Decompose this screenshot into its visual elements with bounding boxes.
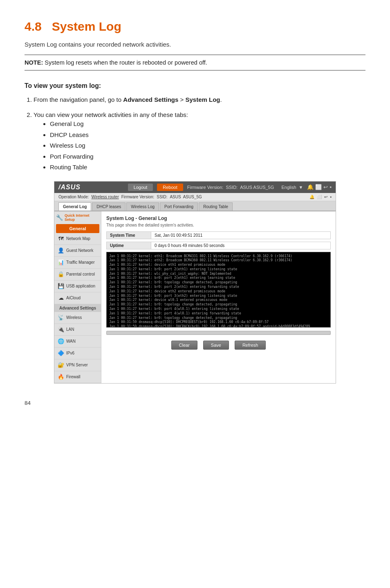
content-subtitle: This page shows the detailed system's ac…	[106, 223, 331, 227]
usb-application-icon: 💾	[58, 283, 64, 290]
page-number: 84	[25, 400, 365, 406]
tab-port-forwarding[interactable]: Port Forwarding	[160, 202, 198, 211]
tab-routing-table[interactable]: Routing Table	[199, 202, 233, 211]
vpn-server-icon: 🔐	[58, 362, 64, 368]
sidebar-item-parental-control[interactable]: 🔒 Parental control	[54, 269, 101, 281]
tab-general-log[interactable]: General Log	[58, 202, 91, 211]
wan-icon: 🌐	[58, 338, 64, 345]
statusbar-icon4: ▪	[330, 195, 332, 199]
hscroll-track[interactable]	[106, 331, 331, 335]
section-heading: To view your system log:	[25, 82, 365, 90]
tab-item-routing-table: Routing Table	[50, 163, 365, 172]
ipv6-label: IPv6	[66, 351, 74, 355]
sidebar-item-ipv6[interactable]: 🔷 IPv6	[54, 348, 101, 359]
ssid-label: SSID:	[226, 185, 238, 190]
aicloud-icon: ☁	[58, 295, 64, 301]
ipv6-icon: 🔷	[58, 350, 64, 357]
statusbar-mode-value: Wireless router	[92, 195, 119, 199]
log-line: Jan 1 00:31:27 kernel: br0: port 3(eth2)…	[109, 294, 328, 298]
icon-bell: 🔔	[307, 184, 314, 190]
tabs-list: General Log DHCP Leases Wireless Log Por…	[50, 119, 365, 172]
sidebar-item-firewall[interactable]: 🔥 Firewall	[54, 371, 101, 383]
parental-control-icon: 🔒	[58, 271, 64, 278]
log-line: Jan 1 00:31:27 kernel: device eth2 enter…	[109, 290, 328, 294]
traffic-manager-icon: 📊	[58, 259, 64, 266]
sidebar-item-traffic-manager[interactable]: 📊 Traffic Manager	[54, 257, 101, 269]
language-select[interactable]: English	[281, 185, 296, 190]
log-line: Jan 1 00:31:27 kernel: br0: port 4(wl0.1…	[109, 307, 328, 312]
horizontal-scrollbar[interactable]	[106, 331, 331, 335]
system-time-row: System Time Sat, Jan 01 00:49:51 2011	[106, 231, 331, 239]
router-logo: /ASUS	[58, 184, 124, 191]
refresh-button[interactable]: Refresh	[235, 341, 266, 350]
page-title: 4.8 System Log	[25, 20, 365, 34]
log-line: Jan 1 00:31:27 kernel: br0: port 2(eth1)…	[109, 267, 328, 272]
reboot-button[interactable]: Reboot	[157, 184, 183, 191]
log-line: Jan 1 00:31:27 kernel: br0: port 4(wl0.1…	[109, 312, 328, 316]
sidebar-item-vpn-server[interactable]: 🔐 VPN Server	[54, 359, 101, 371]
sidebar-general-btn[interactable]: General	[56, 224, 99, 233]
network-map-label: Network Map	[66, 236, 90, 241]
log-line: Jan 1 00:31:27 kernel: br0: topology cha…	[109, 303, 328, 307]
icon-dot: ▪	[329, 184, 332, 190]
log-area[interactable]: Jan 1 00:31:27 kernel: eth1: Broadcom BC…	[106, 252, 331, 328]
topbar-right: Firmware Version: SSID: ASUS ASUS_5G Eng…	[187, 185, 303, 190]
save-button[interactable]: Save	[203, 341, 229, 350]
lan-label: LAN	[66, 327, 74, 332]
traffic-manager-label: Traffic Manager	[66, 260, 94, 265]
lan-icon: 🔌	[58, 326, 64, 333]
sidebar-item-wireless[interactable]: 📡 Wireless	[54, 312, 101, 324]
router-topbar: /ASUS Logout Reboot Firmware Version: SS…	[54, 182, 336, 193]
statusbar-ssid-value: ASUS ASUS_5G	[170, 195, 202, 199]
log-line: Jan 1 00:31:27 kernel: eth2: Broadcom BC…	[109, 258, 328, 263]
statusbar-icon1: 🔔	[309, 195, 314, 199]
tab-item-dhcp-leases: DHCP Leases	[50, 130, 365, 140]
sidebar-item-lan[interactable]: 🔌 LAN	[54, 324, 101, 336]
clear-button[interactable]: Clear	[171, 341, 197, 350]
icon-refresh: ↩	[323, 184, 328, 190]
guest-network-icon: 👤	[58, 247, 64, 254]
firewall-icon: 🔥	[58, 374, 64, 380]
page-subtitle: System Log contains your recorded networ…	[25, 41, 365, 48]
router-sidebar: 🔧 Quick Internet Setup General 🗺 Network…	[54, 211, 101, 383]
statusbar-fw-label: Firmware Version:	[121, 195, 155, 199]
sidebar-item-wan[interactable]: 🌐 WAN	[54, 336, 101, 348]
statusbar-icon2: ⬜	[317, 195, 322, 199]
wireless-label: Wireless	[66, 315, 82, 320]
uptime-label: Uptime	[106, 242, 151, 249]
sidebar-item-network-map[interactable]: 🗺 Network Map	[54, 233, 101, 245]
sidebar-item-usb-application[interactable]: 💾 USB application	[54, 281, 101, 292]
icon-copy: ⬜	[315, 184, 322, 190]
wan-label: WAN	[66, 339, 76, 343]
step2-text: You can view your network activities in …	[34, 111, 188, 118]
note-text: System log resets when the router is reb…	[43, 59, 207, 66]
router-ui: /ASUS Logout Reboot Firmware Version: SS…	[54, 181, 336, 384]
statusbar-icon3: ↩	[324, 195, 327, 199]
tab-dhcp-leases[interactable]: DHCP leases	[92, 202, 126, 211]
note-box: NOTE: System log resets when the router …	[25, 54, 365, 71]
title-text: System Log	[52, 20, 121, 33]
tab-wireless-log[interactable]: Wireless Log	[126, 202, 159, 211]
log-line: Jan 1 00:31:27 kernel: device wl0.1 ente…	[109, 298, 328, 303]
firmware-label: Firmware Version:	[187, 185, 224, 190]
step1-bold1: Advanced Settings	[123, 96, 178, 103]
content-title: System Log - General Log	[106, 215, 331, 221]
sidebar-item-aicloud[interactable]: ☁ AiCloud	[54, 292, 101, 304]
router-tabs: General Log DHCP leases Wireless Log Por…	[54, 201, 336, 211]
log-line: Jan 1 00:31:27 kernel: device eth1 enter…	[109, 263, 328, 267]
quick-internet-setup[interactable]: 🔧 Quick Internet Setup	[54, 211, 101, 222]
router-statusbar: Operation Mode: Wireless router Firmware…	[54, 193, 336, 201]
uptime-row: Uptime 0 days 0 hours 49 minutes 50 seco…	[106, 242, 331, 249]
log-line: Jan 1 00:31:59 dnsmasq-dhcp[510]: DHCPRE…	[109, 320, 328, 325]
router-actions: Clear Save Refresh	[106, 338, 331, 351]
steps-list: From the navigation panel, go to Advance…	[34, 95, 365, 172]
logout-button[interactable]: Logout	[128, 184, 153, 191]
sidebar-advanced-settings-label[interactable]: Advanced Settings	[54, 304, 101, 312]
step-2: You can view your network activities in …	[34, 110, 365, 172]
log-line: Jan 1 00:31:27 kernel: br0: topology cha…	[109, 281, 328, 285]
log-line: Jan 1 00:31:27 kernel: br0: port 2(eth1)…	[109, 285, 328, 290]
tab-item-general-log: General Log	[50, 119, 365, 129]
sidebar-item-guest-network[interactable]: 👤 Guest Network	[54, 245, 101, 257]
log-line: Jan 1 00:31:59 dnsmasq-dhcp[510]: DHCPAC…	[109, 325, 328, 327]
log-line: Jan 1 00:31:27 kernel: eth1: Broadcom BC…	[109, 254, 328, 259]
